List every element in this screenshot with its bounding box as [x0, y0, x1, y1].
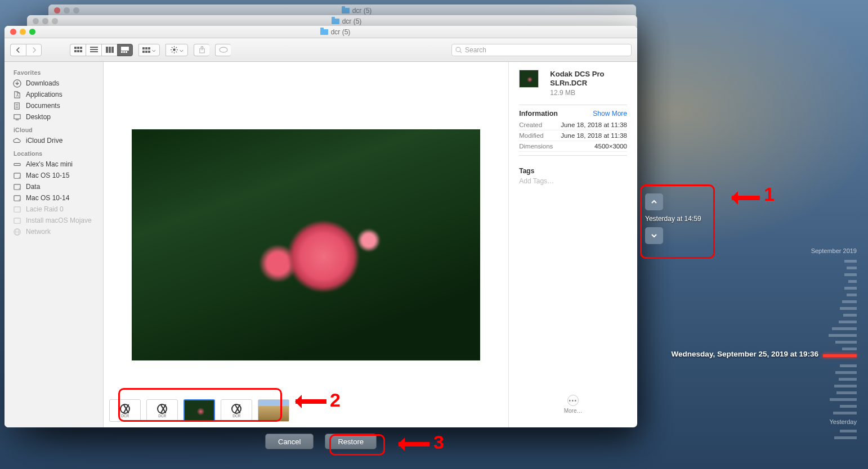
svg-rect-11 — [111, 47, 114, 53]
network-icon — [12, 228, 22, 236]
sidebar-item-lacie[interactable]: Lacie Raid 0 — [5, 204, 103, 215]
info-row-dimensions: Dimensions4500×3000 — [519, 141, 627, 152]
timeline-scale[interactable]: September 2019 Yesterday — [817, 219, 857, 444]
timeline-yesterday-label: Yesterday — [829, 418, 857, 425]
desktop-icon — [12, 113, 22, 121]
timeline-now-label: Wednesday, September 25, 2019 at 19:36 — [672, 350, 818, 358]
timeline-nav: Yesterday at 14:59 — [645, 193, 712, 244]
sidebar-item-installer[interactable]: Install macOS Mojave — [5, 215, 103, 226]
sidebar-item-downloads[interactable]: Downloads — [5, 78, 103, 89]
folder-icon — [320, 29, 328, 35]
sidebar-item-macos1014[interactable]: Mac OS 10-14 — [5, 192, 103, 204]
traffic-close-icon — [33, 18, 39, 24]
show-more-link[interactable]: Show More — [593, 110, 627, 118]
traffic-max-icon — [52, 18, 58, 24]
window-title: dcr (5) — [352, 7, 372, 15]
thumbnail-dcr[interactable]: DCR — [221, 399, 252, 422]
svg-rect-51 — [14, 218, 20, 223]
info-filename: Kodak DCS Pro SLRn.DCR — [550, 70, 627, 88]
cancel-button[interactable]: Cancel — [265, 434, 314, 449]
annotation-arrow-1 — [732, 196, 760, 200]
svg-rect-4 — [77, 50, 79, 52]
svg-rect-14 — [123, 51, 125, 53]
sidebar-item-macos1015[interactable]: Mac OS 10-15 — [5, 170, 103, 181]
sidebar-item-desktop[interactable]: Desktop — [5, 111, 103, 123]
annotation-number-1: 1 — [764, 183, 775, 205]
thumbnail-dcr[interactable]: DCR — [109, 399, 141, 422]
sidebar-item-documents[interactable]: Documents — [5, 100, 103, 111]
svg-rect-16 — [142, 47, 145, 49]
svg-rect-18 — [148, 47, 150, 49]
svg-rect-21 — [148, 51, 150, 53]
timeline-up-button[interactable] — [645, 193, 663, 210]
preview-image[interactable] — [132, 129, 480, 360]
sidebar-item-data[interactable]: Data — [5, 181, 103, 192]
info-thumbnail-icon — [519, 70, 539, 88]
computer-icon — [12, 160, 22, 168]
info-row-modified: ModifiedJune 18, 2018 at 11:38 — [519, 130, 627, 141]
svg-point-45 — [19, 177, 20, 178]
svg-point-32 — [220, 47, 227, 52]
group-by-button[interactable]: ⌵ — [138, 44, 160, 56]
svg-rect-9 — [106, 47, 108, 53]
view-gallery-button[interactable] — [117, 44, 133, 56]
svg-rect-0 — [74, 47, 77, 49]
traffic-max-icon[interactable] — [29, 29, 35, 35]
thumbnail-selected[interactable] — [184, 399, 215, 422]
svg-line-34 — [460, 51, 462, 53]
share-button[interactable] — [194, 44, 209, 56]
svg-rect-1 — [77, 47, 79, 49]
annotation-arrow-2 — [296, 399, 326, 404]
search-input[interactable]: Search — [451, 44, 632, 56]
svg-point-47 — [19, 188, 20, 189]
traffic-min-icon — [42, 18, 48, 24]
sidebar-item-network[interactable]: Network — [5, 226, 103, 237]
view-columns-button[interactable] — [101, 44, 117, 56]
svg-line-27 — [171, 47, 172, 48]
svg-rect-20 — [145, 51, 147, 53]
gallery-main: DCR DCR DCR — [104, 62, 508, 427]
annotation-number-2: 2 — [330, 389, 341, 411]
view-icons-button[interactable] — [70, 44, 86, 56]
sidebar-section-favorites: Favorites — [5, 65, 103, 78]
svg-text:A: A — [16, 93, 19, 97]
svg-point-49 — [19, 199, 20, 200]
window-title: dcr (5) — [331, 28, 351, 36]
cloud-icon — [12, 137, 22, 145]
restore-button[interactable]: Restore — [325, 434, 377, 449]
sidebar-item-icloud-drive[interactable]: iCloud Drive — [5, 135, 103, 146]
sidebar-item-macmini[interactable]: Alex's Mac mini — [5, 159, 103, 170]
svg-rect-2 — [80, 47, 82, 49]
more-actions-button[interactable]: ••• — [567, 395, 579, 406]
finder-toolbar: ⌵ ⌵ Search — [5, 38, 637, 62]
traffic-close-icon[interactable] — [10, 29, 16, 35]
info-row-created: CreatedJune 18, 2018 at 11:38 — [519, 120, 627, 130]
timemachine-bottom-bar: Cancel Restore — [5, 427, 637, 456]
info-filesize: 12.9 MB — [550, 89, 627, 97]
timeline-down-button[interactable] — [645, 227, 663, 244]
finder-sidebar: Favorites Downloads AApplications Docume… — [5, 62, 104, 427]
svg-point-33 — [456, 47, 460, 52]
window-title: dcr (5) — [342, 17, 362, 25]
sidebar-item-applications[interactable]: AApplications — [5, 89, 103, 100]
view-list-button[interactable] — [86, 44, 101, 56]
nav-back-button[interactable] — [10, 44, 26, 56]
tags-button[interactable] — [215, 44, 231, 56]
thumbnail-dcr[interactable]: DCR — [146, 399, 178, 422]
nav-forward-button[interactable] — [26, 44, 42, 56]
thumbnail-image[interactable] — [258, 399, 289, 422]
add-tags-field[interactable]: Add Tags… — [519, 177, 627, 185]
disk-icon — [12, 205, 22, 213]
traffic-min-icon[interactable] — [20, 29, 26, 35]
info-tags-title: Tags — [519, 167, 627, 175]
disk-icon — [12, 172, 22, 179]
timeline-current-label: Yesterday at 14:59 — [645, 215, 701, 223]
documents-icon — [12, 102, 22, 110]
svg-rect-7 — [90, 49, 98, 50]
svg-rect-10 — [109, 47, 111, 53]
chevron-down-icon — [651, 232, 657, 239]
thumbnail-row: DCR DCR DCR — [109, 399, 289, 422]
action-menu-button[interactable]: ⌵ — [165, 44, 188, 56]
annotation-arrow-3 — [399, 442, 429, 447]
svg-rect-6 — [90, 47, 98, 48]
